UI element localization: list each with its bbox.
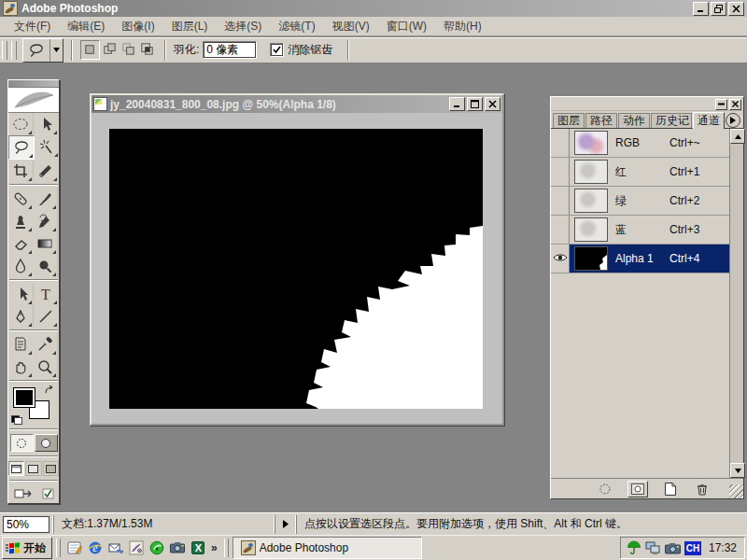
tab-channels[interactable]: 通道: [693, 112, 725, 129]
tool-slice-button[interactable]: [34, 160, 58, 182]
visibility-toggle[interactable]: [551, 216, 570, 244]
feather-input[interactable]: [203, 41, 257, 59]
alpha-channel-image[interactable]: [109, 129, 483, 409]
tool-eyedropper-button[interactable]: [33, 333, 58, 356]
quicklaunch-media-player-icon[interactable]: [147, 538, 167, 558]
menu-item-view[interactable]: 视图(V): [324, 17, 378, 36]
menu-item-file[interactable]: 文件(F): [6, 17, 59, 36]
swap-colors-icon[interactable]: [44, 385, 55, 398]
tool-brush-button[interactable]: [33, 188, 58, 210]
screen-mode-fullscreen-button[interactable]: [43, 461, 59, 476]
camera-icon[interactable]: [665, 542, 681, 554]
options-bar-grip2[interactable]: [11, 41, 17, 60]
add-to-selection-button[interactable]: [101, 40, 119, 58]
status-popup-button[interactable]: [275, 515, 296, 534]
task-button-photoshop[interactable]: Adobe Photoshop: [233, 537, 422, 559]
channel-row-2[interactable]: 绿Ctrl+2: [551, 187, 729, 216]
subtract-from-selection-button[interactable]: [120, 40, 137, 58]
tool-crop-button[interactable]: [8, 160, 34, 182]
app-title-bar[interactable]: Adobe Photoshop: [0, 0, 747, 17]
tool-elliptical-marquee-button[interactable]: [8, 113, 34, 135]
channel-row-3[interactable]: 蓝Ctrl+3: [551, 216, 729, 245]
start-button[interactable]: 开始: [2, 537, 52, 559]
tool-magic-wand-button[interactable]: [35, 135, 59, 158]
tool-pen-button[interactable]: [8, 305, 34, 328]
doc-maximize-button[interactable]: [467, 97, 483, 111]
quicklaunch-excel-icon[interactable]: X: [188, 538, 208, 558]
minimize-button[interactable]: [693, 2, 709, 16]
visibility-toggle[interactable]: [551, 245, 570, 273]
palette-menu-button[interactable]: [726, 113, 740, 128]
doc-close-button[interactable]: [485, 97, 500, 111]
photoshop-feather-logo[interactable]: [8, 88, 59, 113]
palette-close-button[interactable]: [729, 99, 741, 110]
foreground-color-swatch[interactable]: [13, 387, 35, 408]
palette-resize-grip[interactable]: [729, 484, 743, 498]
zoom-input[interactable]: [3, 516, 49, 533]
default-colors-icon[interactable]: [11, 415, 22, 425]
tool-path-selection-button[interactable]: [8, 283, 34, 305]
quicklaunch-camera-app-icon[interactable]: [167, 538, 188, 558]
screen-mode-menubar-button[interactable]: [25, 461, 41, 476]
language-indicator[interactable]: CH: [684, 541, 701, 555]
visibility-toggle[interactable]: [551, 187, 570, 215]
save-selection-button[interactable]: [627, 481, 648, 497]
tool-lasso-button[interactable]: [8, 135, 35, 160]
intersect-selection-button[interactable]: [138, 40, 156, 58]
menu-item-help[interactable]: 帮助(H): [435, 17, 490, 36]
quicklaunch-outlook-express-icon[interactable]: [106, 538, 126, 558]
quickmask-mode-button[interactable]: [35, 434, 58, 452]
tool-preset-picker[interactable]: [22, 38, 63, 63]
taskbar-grip[interactable]: [56, 539, 61, 557]
visibility-toggle[interactable]: [551, 129, 570, 157]
quicklaunch-internet-explorer-icon[interactable]: e: [85, 538, 106, 558]
new-channel-button[interactable]: [661, 482, 680, 497]
tool-history-brush-button[interactable]: [33, 210, 58, 232]
tool-dodge-button[interactable]: [33, 255, 58, 277]
jump-to-imageready-button[interactable]: [11, 485, 39, 501]
visibility-toggle[interactable]: [551, 158, 570, 186]
quicklaunch-show-desktop-icon[interactable]: [64, 538, 85, 558]
palette-minimize-button[interactable]: [715, 99, 727, 110]
antivirus-umbrella-icon[interactable]: [627, 540, 641, 555]
antialias-checkbox[interactable]: [270, 43, 284, 57]
tool-eraser-button[interactable]: [8, 232, 33, 255]
tab-history[interactable]: 历史记: [651, 113, 692, 128]
tool-line-button[interactable]: [34, 305, 58, 328]
document-title-bar[interactable]: jy_20040831_800_08.jpg @ 50%(Alpha 1/8): [92, 95, 502, 113]
tool-zoom-button[interactable]: [33, 356, 58, 378]
options-bar-grip[interactable]: [2, 41, 7, 60]
close-button[interactable]: [728, 2, 744, 16]
tool-blur-button[interactable]: [8, 255, 33, 277]
tool-type-button[interactable]: T: [34, 283, 58, 305]
quicklaunch-photoshop-icon[interactable]: [126, 538, 147, 558]
menu-item-image[interactable]: 图像(I): [113, 17, 162, 36]
menu-item-select[interactable]: 选择(S): [216, 17, 270, 36]
tab-layers[interactable]: 图层: [553, 113, 585, 128]
menu-item-edit[interactable]: 编辑(E): [59, 17, 113, 36]
standard-mode-button[interactable]: [10, 434, 34, 452]
delete-channel-button[interactable]: [693, 482, 712, 497]
load-selection-button[interactable]: [596, 482, 614, 497]
scroll-up-button[interactable]: [730, 129, 745, 144]
menu-item-layer[interactable]: 图层(L): [163, 17, 217, 36]
tool-clone-stamp-button[interactable]: [8, 210, 33, 232]
tab-paths[interactable]: 路径: [585, 113, 617, 128]
chevron-down-icon[interactable]: [49, 39, 63, 62]
tool-notes-button[interactable]: [8, 333, 33, 356]
menu-item-window[interactable]: 窗口(W): [378, 17, 435, 36]
tool-gradient-button[interactable]: [33, 232, 58, 255]
palette-title-bar[interactable]: [551, 97, 743, 111]
tab-actions[interactable]: 动作: [618, 113, 650, 128]
channel-row-4[interactable]: Alpha 1Ctrl+4: [551, 245, 729, 273]
menu-item-filter[interactable]: 滤镜(T): [270, 17, 323, 36]
quicklaunch-overflow-chevron[interactable]: »: [208, 541, 220, 554]
tool-healing-brush-button[interactable]: [8, 188, 33, 210]
toolbox-drag-bar[interactable]: [8, 80, 59, 88]
new-selection-button[interactable]: [80, 40, 100, 60]
taskbar-grip2[interactable]: [224, 539, 229, 557]
channel-row-0[interactable]: RGBCtrl+~: [551, 129, 729, 158]
tool-move-button[interactable]: [34, 113, 58, 135]
restore-button[interactable]: [711, 2, 726, 16]
network-icon[interactable]: [645, 541, 661, 555]
